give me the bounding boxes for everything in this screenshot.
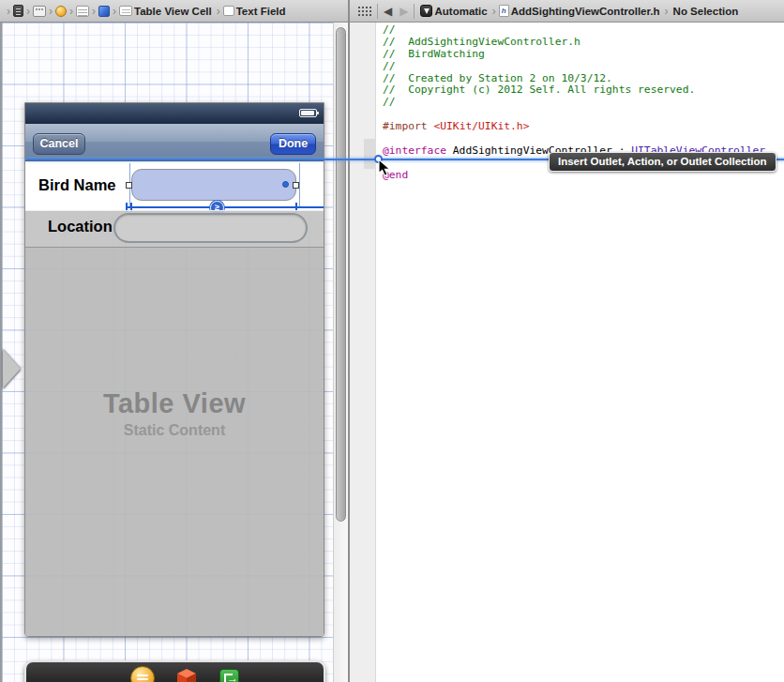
connection-origin-dot (282, 181, 289, 188)
chevron-separator-icon: › (7, 5, 10, 18)
code-line[interactable]: // (383, 97, 765, 109)
storyboard-icon[interactable] (33, 6, 46, 17)
breadcrumb-filename[interactable]: AddSightingViewController.h (511, 6, 660, 17)
document-icon[interactable] (13, 5, 23, 17)
table-view-icon[interactable] (76, 6, 89, 17)
chevron-separator-icon: › (26, 5, 30, 18)
view-controller-scene[interactable]: Cancel Done Bird Name ≥ Location (24, 102, 324, 637)
scene-dock (24, 660, 325, 682)
selection-handle-right[interactable] (293, 182, 299, 189)
xcode-editor-area: › › › › › › Table View Cell › Text Field… (0, 0, 784, 682)
location-text-field[interactable] (113, 213, 308, 243)
insert-outlet-tooltip: Insert Outlet, Action, or Outlet Collect… (549, 152, 776, 172)
header-file-icon: h (499, 5, 509, 17)
chevron-separator-icon: › (217, 5, 220, 18)
table-view-background[interactable]: Table View Static Content (25, 247, 324, 637)
code-line[interactable]: #import <UIKit/UIKit.h> (383, 121, 765, 133)
chevron-separator-icon: › (92, 5, 96, 18)
chevron-separator-icon: › (69, 5, 73, 18)
cube-icon[interactable] (98, 6, 110, 17)
table-view-placeholder-title: Table View (25, 388, 324, 419)
chevron-separator-icon: › (113, 5, 116, 18)
chevron-separator-icon: › (49, 5, 53, 18)
location-label: Location (48, 218, 113, 235)
editor-gutter (350, 23, 376, 682)
counterparts-icon[interactable] (420, 5, 432, 17)
exit-segue-icon[interactable] (219, 669, 239, 682)
navigation-bar[interactable]: Cancel Done (25, 124, 324, 161)
view-controller-dock-icon[interactable] (130, 666, 155, 682)
breadcrumb-no-selection[interactable]: No Selection (673, 6, 739, 17)
done-button[interactable]: Done (270, 133, 316, 155)
jumpbar-separator (377, 4, 378, 19)
chevron-separator-icon: › (665, 5, 669, 18)
battery-icon (299, 109, 317, 117)
mouse-cursor-icon (378, 159, 391, 181)
text-field-icon[interactable] (223, 6, 234, 16)
alignment-guide (299, 163, 300, 208)
source-editor[interactable]: //// AddSightingViewController.h// BirdW… (350, 23, 784, 682)
scrollbar-thumb[interactable] (336, 27, 346, 522)
history-forward-icon[interactable]: ▶ (400, 6, 408, 17)
breadcrumb-text-field[interactable]: Text Field (236, 6, 286, 17)
breadcrumb-automatic[interactable]: Automatic (434, 6, 487, 17)
cancel-button[interactable]: Cancel (33, 133, 85, 155)
table-view-cell-icon[interactable] (119, 6, 132, 16)
jumpbar-separator (414, 4, 415, 19)
interface-builder-jump-bar: › › › › › › Table View Cell › Text Field (0, 0, 348, 23)
code-line[interactable]: // BirdWatching (383, 49, 765, 61)
document-outline-toggle-icon[interactable] (3, 349, 21, 388)
chevron-separator-icon: › (492, 5, 496, 18)
bird-name-text-field[interactable] (131, 169, 296, 201)
table-view-placeholder-subtitle: Static Content (25, 422, 324, 439)
breadcrumb-table-view-cell[interactable]: Table View Cell (134, 6, 212, 17)
simulated-status-bar (25, 103, 324, 124)
related-items-grid-icon[interactable] (357, 6, 371, 16)
selection-handle-left[interactable] (126, 182, 132, 189)
interface-builder-canvas[interactable]: Cancel Done Bird Name ≥ Location (0, 23, 334, 682)
code-folding-ribbon (364, 139, 376, 169)
assistant-editor-jump-bar: ◀ ▶ Automatic › h AddSightingViewControl… (350, 0, 784, 23)
canvas-vertical-scrollbar[interactable] (333, 23, 348, 682)
history-back-icon[interactable]: ◀ (384, 6, 392, 17)
bird-name-label: Bird Name (38, 176, 116, 194)
code-line[interactable]: // Copyright (c) 2012 Self. All rights r… (383, 84, 765, 97)
view-controller-icon[interactable] (55, 6, 67, 17)
first-responder-cube-icon[interactable] (176, 668, 197, 682)
